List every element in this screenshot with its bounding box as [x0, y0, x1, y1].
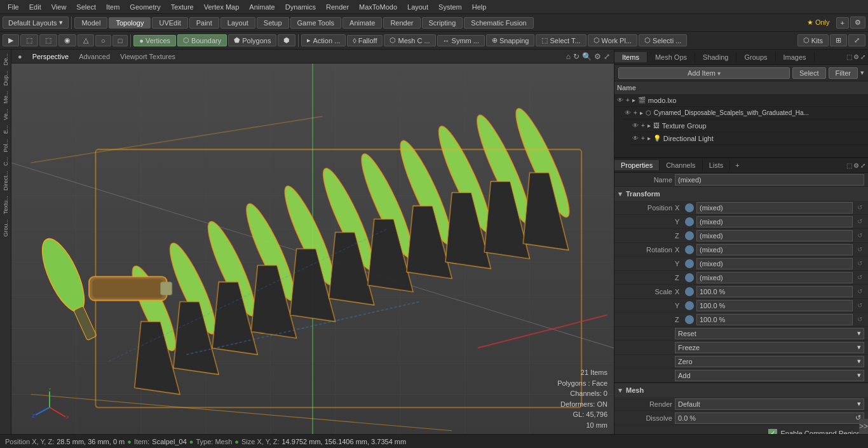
position-x-indicator[interactable] — [685, 203, 694, 212]
scale-y-value[interactable]: 100.0 % — [696, 300, 853, 311]
menu-texture[interactable]: Texture — [166, 2, 199, 12]
props-expand-icon[interactable]: ⤢ — [860, 162, 865, 169]
sidebar-tab-de[interactable]: De... — [1, 51, 10, 68]
position-z-value[interactable]: (mixed) — [696, 230, 853, 241]
tab-layout[interactable]: Layout — [220, 17, 255, 29]
transform-header[interactable]: ▾ Transform — [614, 187, 868, 201]
boundary-btn[interactable]: ⬡ Boundary — [177, 34, 227, 46]
filter-button[interactable]: Filter — [829, 67, 858, 79]
vp-expand-icon[interactable]: ⤢ — [604, 52, 610, 61]
items-collapse-icon[interactable]: ⬚ — [846, 53, 852, 60]
item-row-mesh[interactable]: 👁 + ▸ ⬡ Cynamed_Disposable_Scalpels_with… — [622, 107, 868, 119]
items-tab-items[interactable]: Items — [614, 52, 648, 62]
work-pl-btn[interactable]: ⬡ Work Pl... — [588, 34, 637, 46]
collapse-icon[interactable]: ▾ — [860, 69, 864, 77]
item-row-scene[interactable]: 👁 + ▸ 🎬 modo.lxo — [614, 94, 868, 107]
scale-z-reset[interactable]: ↺ — [855, 315, 864, 324]
menu-vertex-map[interactable]: Vertex Map — [199, 2, 245, 12]
selecti-btn[interactable]: ⬡ Selecti ... — [639, 34, 687, 46]
viewport-canvas[interactable]: X Y Z 21 Items Polygons : Face Channels:… — [11, 64, 614, 434]
scale-z-indicator[interactable] — [685, 315, 694, 324]
rotation-x-reset[interactable]: ↺ — [855, 245, 864, 254]
rotation-y-value[interactable]: (mixed) — [696, 258, 853, 269]
position-x-reset[interactable]: ↺ — [855, 203, 864, 212]
position-y-value[interactable]: (mixed) — [696, 216, 853, 227]
props-tab-channels[interactable]: Channels — [660, 160, 702, 170]
scale-z-value[interactable]: 100.0 % — [696, 314, 853, 325]
add-dropdown[interactable]: Add ▾ — [675, 370, 864, 381]
menu-select[interactable]: Select — [71, 2, 101, 12]
rotation-x-value[interactable]: (mixed) — [696, 244, 853, 255]
props-tab-add[interactable]: + — [730, 160, 744, 170]
reset-dropdown[interactable]: Reset ▾ — [675, 328, 864, 339]
right-collapse-btn[interactable]: >> — [859, 419, 868, 434]
tab-animate[interactable]: Animate — [342, 17, 382, 29]
items-tab-groups[interactable]: Groups — [736, 52, 775, 62]
menu-system[interactable]: System — [433, 2, 467, 12]
menu-view[interactable]: View — [46, 2, 72, 12]
tab-render[interactable]: Render — [383, 17, 420, 29]
mode-btn[interactable]: ⬢ — [278, 34, 295, 46]
position-z-reset[interactable]: ↺ — [855, 231, 864, 240]
zero-dropdown[interactable]: Zero ▾ — [675, 356, 864, 367]
rotation-z-indicator[interactable] — [685, 273, 694, 282]
enable-command-checkbox[interactable]: ✓ — [768, 429, 777, 435]
default-layouts-dropdown[interactable]: Default Layouts ▾ — [3, 17, 69, 29]
tool-b3[interactable]: ◉ — [58, 34, 76, 46]
sidebar-tab-me[interactable]: Me... — [1, 88, 10, 106]
vp-tab-advanced[interactable]: Advanced — [76, 51, 112, 62]
scale-y-indicator[interactable] — [685, 301, 694, 310]
tab-scripting[interactable]: Scripting — [422, 17, 463, 29]
rotation-y-reset[interactable]: ↺ — [855, 259, 864, 268]
tab-paint[interactable]: Paint — [189, 17, 219, 29]
tool-arrow[interactable]: ▶ — [3, 34, 19, 46]
name-value[interactable]: (mixed) — [675, 174, 864, 186]
props-collapse-icon[interactable]: ⬚ — [846, 162, 852, 169]
scale-y-reset[interactable]: ↺ — [855, 301, 864, 310]
eye-icon-mesh[interactable]: 👁 — [625, 109, 631, 116]
symm-btn[interactable]: ↔ Symm ... — [437, 35, 485, 46]
vp-tab-perspective[interactable]: Perspective — [30, 51, 71, 62]
tab-setup[interactable]: Setup — [257, 17, 289, 29]
position-y-indicator[interactable] — [685, 217, 694, 226]
sidebar-tab-ve[interactable]: Ve... — [1, 106, 10, 123]
select-button[interactable]: Select — [792, 67, 826, 79]
vp-tab-textures[interactable]: Viewport Textures — [118, 51, 178, 62]
eye-icon-light[interactable]: 👁 — [632, 135, 639, 142]
kits-btn[interactable]: ⬡ Kits — [797, 34, 829, 46]
sidebar-tab-direct[interactable]: Direct... — [1, 168, 10, 193]
view-toggle[interactable]: ⊞ — [830, 34, 847, 46]
vertices-btn[interactable]: ● Vertices — [133, 35, 176, 46]
item-row-light[interactable]: 👁 + ▸ 💡 Directional Light — [630, 132, 868, 145]
menu-help[interactable]: Help — [467, 2, 492, 12]
tab-topology[interactable]: Topology — [109, 17, 151, 29]
add-item-button[interactable]: Add Item ▾ — [618, 67, 790, 79]
items-settings-icon[interactable]: ⚙ — [853, 53, 859, 60]
menu-animate[interactable]: Animate — [244, 2, 280, 12]
props-settings-icon[interactable]: ⚙ — [853, 162, 859, 169]
position-z-indicator[interactable] — [685, 231, 694, 240]
menu-file[interactable]: File — [3, 2, 24, 12]
sidebar-tab-grou[interactable]: Grou... — [1, 217, 10, 240]
render-value[interactable]: Default ▾ — [675, 398, 864, 410]
rotation-z-value[interactable]: (mixed) — [696, 272, 853, 283]
sidebar-tab-dup[interactable]: Dup... — [1, 68, 10, 88]
vp-rotate-icon[interactable]: ↻ — [573, 52, 580, 61]
menu-maxtomode[interactable]: MaxToModo — [354, 2, 402, 12]
menu-dynamics[interactable]: Dynamics — [280, 2, 321, 12]
tool-b1[interactable]: ⬚ — [20, 34, 38, 46]
sidebar-tab-pol[interactable]: Pol... — [1, 137, 10, 155]
items-expand-icon[interactable]: ⤢ — [860, 53, 865, 60]
scale-x-indicator[interactable] — [685, 287, 694, 296]
mesh-btn[interactable]: ⬡ Mesh C ... — [384, 34, 435, 46]
tool-b2[interactable]: ⬚ — [39, 34, 57, 46]
mesh-section-header[interactable]: ▾ Mesh — [614, 383, 868, 397]
eye-icon-texture[interactable]: 👁 — [632, 122, 639, 129]
tab-schematic-fusion[interactable]: Schematic Fusion — [464, 17, 533, 29]
action-btn[interactable]: ▸ Action ... — [301, 34, 346, 46]
tab-model[interactable]: Model — [74, 17, 107, 29]
menu-geometry[interactable]: Geometry — [125, 2, 165, 12]
tab-gametools[interactable]: Game Tools — [290, 17, 342, 29]
rotation-y-indicator[interactable] — [685, 259, 694, 268]
tool-b4[interactable]: △ — [78, 34, 94, 46]
